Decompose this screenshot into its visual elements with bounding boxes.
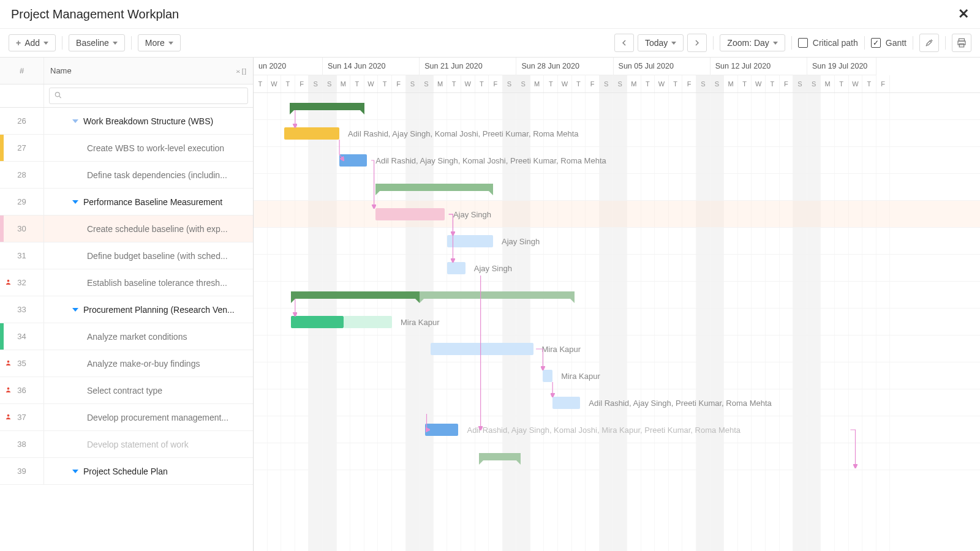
- row-number: 37: [0, 404, 44, 430]
- prev-button[interactable]: [614, 34, 634, 52]
- gantt-row[interactable]: Adil Rashid, Ajay Singh, Preeti Kumar, R…: [254, 389, 980, 416]
- task-rows: 26Work Breakdown Structure (WBS)27Create…: [0, 108, 253, 551]
- day-header-cell: F: [780, 75, 794, 93]
- separator: [791, 36, 792, 50]
- row-name-cell: Create WBS to work-level execution: [44, 143, 253, 153]
- gantt-row[interactable]: Mira Kapur: [254, 335, 980, 362]
- task-row[interactable]: 28Define task dependencies (includin...: [0, 162, 253, 189]
- task-bar[interactable]: [291, 316, 344, 328]
- gantt-row[interactable]: Adil Rashid, Ajay Singh, Komal Joshi, Mi…: [254, 416, 980, 443]
- group-row[interactable]: 29Performance Baseline Measurement: [0, 189, 253, 216]
- task-bar[interactable]: Adil Rashid, Ajay Singh, Komal Joshi, Pr…: [284, 127, 339, 140]
- bar-label: Mira Kapur: [401, 318, 440, 327]
- add-button[interactable]: + Add: [9, 34, 56, 51]
- row-name-text: Create WBS to work-level execution: [87, 143, 224, 153]
- tools-button[interactable]: [919, 34, 939, 52]
- task-bar[interactable]: Adil Rashid, Ajay Singh, Komal Joshi, Mi…: [425, 424, 458, 436]
- task-bar[interactable]: Ajay Singh: [447, 262, 465, 274]
- gantt-row[interactable]: [254, 93, 980, 120]
- chevron-down-icon[interactable]: [72, 200, 78, 204]
- next-button[interactable]: [687, 34, 707, 52]
- row-name-text: Create schedule baseline (with exp...: [87, 224, 228, 234]
- close-icon[interactable]: ✕: [958, 6, 969, 22]
- print-button[interactable]: [952, 34, 971, 52]
- day-header-cell: F: [876, 75, 891, 93]
- gantt-body[interactable]: Adil Rashid, Ajay Singh, Komal Joshi, Pr…: [254, 93, 980, 551]
- person-icon: [5, 413, 12, 422]
- task-row[interactable]: 37Develop procurement management...: [0, 404, 253, 431]
- task-row[interactable]: 35Analyze make-or-buy findings: [0, 350, 253, 377]
- today-button[interactable]: Today: [638, 34, 684, 51]
- row-name-cell: Performance Baseline Measurement: [44, 197, 253, 207]
- gantt-label: Gantt: [886, 38, 907, 48]
- day-header-cell: S: [406, 75, 420, 93]
- toolbar-left: + Add Baseline More: [9, 34, 181, 51]
- task-bar[interactable]: Adil Rashid, Ajay Singh, Komal Joshi, Pr…: [339, 154, 367, 167]
- gantt-row[interactable]: Ajay Singh: [254, 255, 980, 282]
- baseline-button[interactable]: Baseline: [69, 34, 125, 51]
- caret-down-icon: [773, 42, 778, 45]
- day-header-cell: T: [669, 75, 683, 93]
- gantt-row[interactable]: [254, 443, 980, 470]
- day-header-cell: F: [392, 75, 406, 93]
- add-label: Add: [24, 38, 40, 48]
- day-header-cell: S: [420, 75, 434, 93]
- baseline-label: Baseline: [76, 38, 109, 48]
- gantt-row[interactable]: [254, 174, 980, 201]
- chevron-down-icon[interactable]: [72, 470, 78, 473]
- row-name-cell: Develop statement of work: [44, 440, 253, 449]
- expand-collapse-icons[interactable]: ›‹ [ ]: [236, 67, 246, 75]
- summary-bar[interactable]: [479, 453, 521, 460]
- gantt-row[interactable]: Adil Rashid, Ajay Singh, Komal Joshi, Pr…: [254, 120, 980, 147]
- day-header-cell: T: [378, 75, 392, 93]
- chevron-down-icon[interactable]: [72, 119, 78, 123]
- summary-bar[interactable]: [375, 184, 493, 191]
- task-bar[interactable]: Ajay Singh: [375, 208, 445, 220]
- gantt-toggle[interactable]: Gantt: [871, 38, 907, 48]
- svg-rect-2: [959, 44, 964, 47]
- row-number: 38: [0, 431, 44, 457]
- summary-bar[interactable]: [291, 291, 420, 299]
- group-row[interactable]: 39Project Schedule Plan: [0, 458, 253, 485]
- group-row[interactable]: 26Work Breakdown Structure (WBS): [0, 108, 253, 135]
- critical-path-toggle[interactable]: Critical path: [798, 38, 858, 48]
- search-input[interactable]: [49, 88, 248, 104]
- separator: [131, 36, 132, 50]
- toolbar: + Add Baseline More Today: [0, 29, 980, 58]
- task-row[interactable]: 34Analyze market conditions: [0, 323, 253, 350]
- gantt-row[interactable]: Ajay Singh: [254, 228, 980, 255]
- summary-bar[interactable]: [290, 103, 364, 110]
- task-bar[interactable]: Mira Kapur: [543, 370, 552, 382]
- group-row[interactable]: 33Procurement Planning (Research Ven...: [0, 296, 253, 323]
- day-header-cell: M: [530, 75, 545, 93]
- bar-label: Ajay Singh: [453, 210, 491, 219]
- task-row[interactable]: 30Create schedule baseline (with exp...: [0, 216, 253, 242]
- zoom-button[interactable]: Zoom: Day: [720, 34, 785, 51]
- gantt-row[interactable]: [254, 282, 980, 309]
- row-name-text: Performance Baseline Measurement: [83, 197, 222, 207]
- task-row[interactable]: 27Create WBS to work-level execution: [0, 135, 253, 162]
- gantt-row[interactable]: Mira Kapur: [254, 309, 980, 335]
- task-bar[interactable]: Mira Kapur: [344, 316, 392, 328]
- gantt-row[interactable]: Ajay Singh: [254, 201, 980, 228]
- task-bar[interactable]: Adil Rashid, Ajay Singh, Preeti Kumar, R…: [552, 397, 580, 409]
- summary-bar[interactable]: [420, 291, 575, 299]
- task-row[interactable]: 38Develop statement of work: [0, 431, 253, 458]
- more-button[interactable]: More: [138, 34, 181, 51]
- task-bar[interactable]: Ajay Singh: [447, 235, 493, 247]
- col-num-header: #: [0, 58, 44, 84]
- arrow-right-icon: [692, 38, 702, 48]
- day-header-cell: W: [268, 75, 282, 93]
- bar-label: Ajay Singh: [474, 264, 512, 273]
- day-header-cell: W: [558, 75, 572, 93]
- critical-path-label: Critical path: [813, 38, 858, 48]
- task-bar[interactable]: Mira Kapur: [431, 343, 533, 355]
- task-row[interactable]: 36Select contract type: [0, 377, 253, 404]
- day-header-cell: T: [254, 75, 268, 93]
- gantt-row[interactable]: Mira Kapur: [254, 362, 980, 389]
- chevron-down-icon[interactable]: [72, 308, 78, 312]
- task-row[interactable]: 31Define budget baseline (with sched...: [0, 242, 253, 269]
- day-header-cell: S: [600, 75, 614, 93]
- task-row[interactable]: 32Establish baseline tolerance thresh...: [0, 269, 253, 296]
- gantt-row[interactable]: Adil Rashid, Ajay Singh, Komal Joshi, Pr…: [254, 147, 980, 174]
